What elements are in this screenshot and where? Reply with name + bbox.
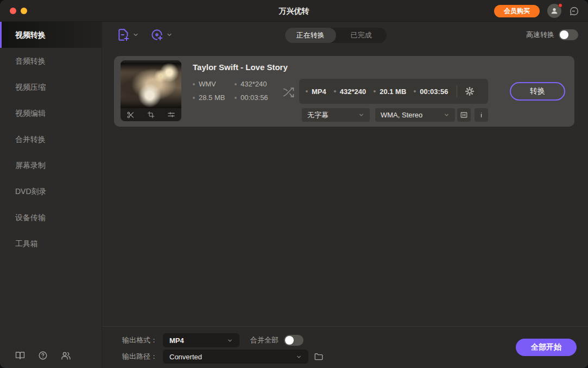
start-all-button[interactable]: 全部开始 [516,339,577,356]
guide-book-icon[interactable] [15,351,25,360]
source-size: 28.5 MB [199,93,225,102]
divider [457,85,457,97]
add-dvd-button[interactable] [150,28,173,42]
buy-membership-button[interactable]: 会员购买 [494,5,540,17]
output-info-box: MP4 432*240 20.1 MB 00:03:56 [299,79,488,104]
output-path-dropdown[interactable]: Converted [163,350,308,364]
source-resolution: 432*240 [241,80,267,88]
bullet-dot [235,97,237,99]
bullet-dot [306,90,308,92]
sidebar-item-audio-convert[interactable]: 音频转换 [0,48,102,74]
bullet-dot [235,83,237,85]
chevron-down-icon [227,338,233,344]
bullet-dot [334,90,336,92]
video-thumbnail-image[interactable] [121,63,181,108]
app-window: 万兴优转 会员购买 视频转换 音频转换 视频压缩 视频编辑 合并转换 屏幕录制 [0,0,588,368]
bullet-dot [414,90,416,92]
info-icon[interactable] [475,108,488,122]
sidebar-item-dvd-burn[interactable]: DVD刻录 [0,178,102,204]
subtitle-dropdown[interactable]: 无字幕 [302,108,370,122]
bullet-dot [193,83,195,85]
main-panel: 正在转换 已完成 高速转换 [102,22,588,368]
output-settings-gear-icon[interactable] [465,86,475,96]
merge-all-toggle[interactable] [284,335,304,346]
sidebar: 视频转换 音频转换 视频压缩 视频编辑 合并转换 屏幕录制 DVD刻录 设备传输… [0,22,102,368]
main-toolbar: 正在转换 已完成 高速转换 [102,22,588,49]
source-duration: 00:03:56 [241,93,268,102]
person-icon [550,7,559,15]
output-path-dropdown-value: Converted [169,353,202,361]
output-format-dropdown-value: MP4 [169,336,184,345]
output-resolution: 432*240 [340,88,366,96]
tab-finished[interactable]: 已完成 [336,28,387,43]
resize-icon[interactable] [457,108,471,122]
feedback-icon[interactable] [569,6,579,16]
open-folder-icon[interactable] [314,352,324,361]
toggle-knob [560,30,568,39]
merge-all-label: 合并全部 [250,335,279,345]
sidebar-item-video-compress[interactable]: 视频压缩 [0,74,102,100]
high-speed-group: 高速转换 [526,29,578,40]
titlebar: 万兴优转 会员购买 [0,0,588,22]
sidebar-item-toolbox[interactable]: 工具箱 [0,230,102,257]
chevron-down-icon [358,112,364,118]
output-format-label: 输出格式： [122,335,157,345]
crop-icon[interactable] [147,111,155,118]
help-icon[interactable] [38,351,48,360]
effects-sliders-icon[interactable] [167,111,175,119]
chevron-down-icon [296,354,302,360]
trim-scissors-icon[interactable] [127,111,135,119]
video-thumbnail [121,60,181,121]
high-speed-toggle[interactable] [559,29,578,40]
source-format: WMV [199,80,216,88]
add-file-icon [116,28,130,42]
output-format: MP4 [312,88,326,96]
task-card: Taylor Swift - Love Story WMV 432*240 28… [114,56,574,127]
sidebar-item-screen-record[interactable]: 屏幕录制 [0,152,102,178]
toggle-knob [285,336,294,345]
sidebar-bottom-icons [0,343,102,368]
output-size: 20.1 MB [380,88,406,96]
account-avatar[interactable] [547,4,561,18]
titlebar-actions: 会员购买 [494,0,579,22]
task-title: Taylor Swift - Love Story [193,63,288,72]
output-path-label: 输出路径： [122,352,157,361]
notification-dot [558,3,562,8]
status-tabs: 正在转换 已完成 [285,28,387,43]
convert-direction-icon [281,86,296,99]
bullet-dot [374,90,376,92]
sidebar-item-device-transfer[interactable]: 设备传输 [0,204,102,230]
sidebar-item-video-convert[interactable]: 视频转换 [0,22,102,48]
merge-all-group: 合并全部 [250,335,304,346]
add-file-button[interactable] [116,28,139,42]
sidebar-item-video-edit[interactable]: 视频编辑 [0,100,102,126]
chevron-down-icon [132,32,139,38]
high-speed-label: 高速转换 [526,30,554,40]
footer-bar: 输出格式： MP4 合并全部 输出路径： Converted [102,326,588,368]
output-duration: 00:03:56 [420,88,448,96]
output-format-dropdown[interactable]: MP4 [163,333,239,347]
thumbnail-edit-tools [121,108,181,121]
convert-button[interactable]: 转换 [510,82,565,101]
source-info: WMV 432*240 28.5 MB 00:03:56 [193,80,280,102]
sidebar-item-merge-convert[interactable]: 合并转换 [0,126,102,152]
audio-track-dropdown[interactable]: WMA, Stereo [375,108,455,122]
subtitle-dropdown-value: 无字幕 [307,110,328,120]
audio-track-dropdown-value: WMA, Stereo [381,111,422,119]
add-dvd-icon [150,28,164,42]
chevron-down-icon [444,112,450,118]
chevron-down-icon [166,32,173,38]
community-users-icon[interactable] [61,351,71,361]
bullet-dot [193,97,195,99]
tab-converting[interactable]: 正在转换 [285,28,336,43]
